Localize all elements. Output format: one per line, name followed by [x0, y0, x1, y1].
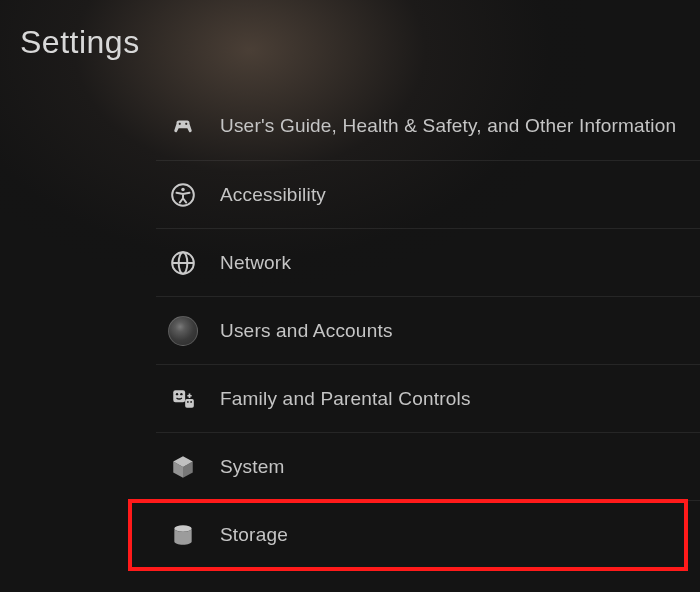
svg-point-10 [190, 401, 192, 403]
avatar-icon [168, 316, 198, 346]
menu-item-label: Accessibility [220, 184, 326, 206]
menu-item-label: User's Guide, Health & Safety, and Other… [220, 115, 676, 137]
controller-icon [168, 111, 198, 141]
menu-item-network[interactable]: Network [156, 228, 700, 296]
menu-item-storage[interactable]: Storage [156, 500, 700, 568]
svg-rect-5 [173, 390, 185, 402]
cube-icon [168, 452, 198, 482]
menu-item-label: Storage [220, 524, 288, 546]
menu-item-label: Users and Accounts [220, 320, 393, 342]
svg-point-11 [174, 525, 191, 532]
accessibility-icon [168, 180, 198, 210]
family-icon [168, 384, 198, 414]
menu-item-family[interactable]: Family and Parental Controls [156, 364, 700, 432]
menu-item-label: Family and Parental Controls [220, 388, 471, 410]
menu-item-system[interactable]: System [156, 432, 700, 500]
settings-menu: User's Guide, Health & Safety, and Other… [156, 92, 700, 568]
svg-rect-8 [185, 399, 194, 408]
svg-point-6 [176, 392, 178, 394]
menu-item-label: Network [220, 252, 291, 274]
menu-item-accessibility[interactable]: Accessibility [156, 160, 700, 228]
page-title: Settings [20, 24, 140, 61]
svg-point-9 [187, 401, 189, 403]
globe-icon [168, 248, 198, 278]
menu-item-label: System [220, 456, 285, 478]
menu-item-guide[interactable]: User's Guide, Health & Safety, and Other… [156, 92, 700, 160]
menu-item-users[interactable]: Users and Accounts [156, 296, 700, 364]
svg-point-7 [180, 392, 182, 394]
storage-icon [168, 520, 198, 550]
svg-point-1 [181, 187, 184, 190]
